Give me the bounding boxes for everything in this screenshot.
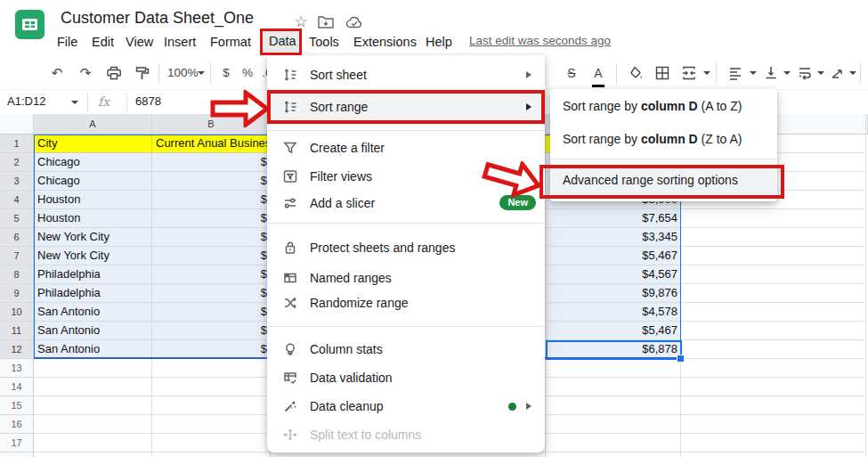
menu-item-data-cleanup[interactable]: Data cleanup: [267, 392, 545, 420]
row-header-9[interactable]: 9: [0, 284, 34, 303]
merge-cells-button[interactable]: [678, 62, 700, 84]
horizontal-align-button[interactable]: [725, 62, 746, 84]
row-header-3[interactable]: 3: [0, 172, 34, 191]
move-folder-icon[interactable]: [318, 15, 334, 29]
menu-format[interactable]: Format: [210, 34, 251, 50]
row-header-6[interactable]: 6: [0, 228, 34, 247]
cell-E5[interactable]: [681, 209, 866, 228]
cell-A18[interactable]: [34, 453, 152, 457]
borders-button[interactable]: [652, 62, 673, 84]
menu-file[interactable]: File: [57, 34, 77, 50]
row-header-18[interactable]: 18: [0, 453, 34, 457]
redo-button[interactable]: ↷: [75, 62, 96, 84]
row-header-14[interactable]: 14: [0, 378, 34, 396]
cell-E16[interactable]: [681, 415, 866, 434]
cell-D13[interactable]: [546, 359, 681, 378]
document-title[interactable]: Customer Data Sheet_One: [61, 9, 254, 28]
row-header-17[interactable]: 17: [0, 434, 34, 453]
cell-E8[interactable]: [681, 265, 866, 284]
row-header-15[interactable]: 15: [0, 396, 34, 415]
cell-C18[interactable]: [271, 453, 546, 457]
submenu-item--a-to-z-[interactable]: Sort range by column D (A to Z): [550, 92, 777, 120]
cell-D15[interactable]: [546, 396, 681, 415]
text-wrap-button[interactable]: [794, 62, 815, 84]
cell-D14[interactable]: [546, 378, 681, 396]
row-header-4[interactable]: 4: [0, 191, 34, 209]
row-header-8[interactable]: 8: [0, 265, 34, 284]
menu-view[interactable]: View: [126, 34, 153, 50]
cell-D16[interactable]: [546, 415, 681, 434]
formula-input[interactable]: 6878: [135, 94, 161, 108]
row-header-11[interactable]: 11: [0, 322, 34, 340]
cell-B17[interactable]: [152, 434, 271, 453]
merge-caret-icon[interactable]: [703, 71, 710, 75]
menu-tools[interactable]: Tools: [309, 34, 339, 50]
menu-item-protect-sheets-and-ranges[interactable]: Protect sheets and ranges: [267, 233, 545, 262]
cell-B15[interactable]: [152, 396, 271, 415]
cell-D18[interactable]: [546, 453, 681, 457]
menu-item-sort-sheet[interactable]: Sort sheet: [267, 61, 545, 89]
row-header-13[interactable]: 13: [0, 359, 34, 378]
menu-help[interactable]: Help: [426, 34, 452, 50]
cell-B18[interactable]: [152, 453, 271, 457]
menu-item-data-validation[interactable]: Data validation: [267, 363, 545, 392]
cell-E9[interactable]: [681, 284, 866, 303]
column-header-A[interactable]: A: [34, 114, 152, 135]
name-box[interactable]: A1:D12: [7, 94, 45, 108]
last-edit-link[interactable]: Last edit was seconds ago: [469, 34, 611, 47]
print-button[interactable]: [103, 62, 125, 84]
fill-color-button[interactable]: [625, 62, 646, 84]
cell-B16[interactable]: [152, 415, 271, 434]
cell-E15[interactable]: [681, 396, 866, 415]
currency-format-button[interactable]: $: [219, 62, 233, 84]
menu-item-randomize-range[interactable]: Randomize range: [267, 289, 545, 317]
submenu-item--z-to-a-[interactable]: Sort range by column D (Z to A): [550, 125, 777, 153]
menu-extensions[interactable]: Extensions: [353, 34, 417, 50]
row-header-10[interactable]: 10: [0, 303, 34, 322]
text-rotation-button[interactable]: [826, 62, 848, 84]
strikethrough-button[interactable]: S: [563, 62, 580, 84]
cell-E18[interactable]: [681, 453, 866, 457]
cell-D17[interactable]: [546, 434, 681, 453]
vertical-align-caret-icon[interactable]: [783, 71, 791, 75]
cell-E14[interactable]: [681, 378, 866, 396]
formula-bar-divider: [87, 94, 88, 111]
cell-A13[interactable]: [34, 359, 152, 378]
sheets-logo-icon[interactable]: [15, 10, 45, 39]
paint-format-button[interactable]: [132, 62, 153, 84]
text-rotation-caret-icon[interactable]: [849, 71, 856, 75]
cloud-status-icon[interactable]: [345, 15, 363, 29]
row-header-1[interactable]: 1: [0, 135, 34, 153]
horizontal-align-caret-icon[interactable]: [750, 71, 757, 75]
row-header-7[interactable]: 7: [0, 247, 34, 265]
cell-B13[interactable]: [152, 359, 271, 378]
cell-B14[interactable]: [152, 378, 271, 396]
cell-A17[interactable]: [34, 434, 152, 453]
text-color-button[interactable]: A: [589, 62, 607, 84]
cell-E11[interactable]: [681, 322, 866, 340]
row-header-2[interactable]: 2: [0, 153, 34, 172]
cell-E13[interactable]: [681, 359, 866, 378]
cell-E6[interactable]: [681, 228, 866, 247]
cell-A15[interactable]: [34, 396, 152, 415]
undo-button[interactable]: ↶: [46, 62, 68, 84]
menu-item-column-stats[interactable]: Column stats: [267, 335, 545, 363]
percent-format-button[interactable]: %: [240, 62, 255, 84]
select-all-corner[interactable]: [0, 114, 34, 135]
row-header-16[interactable]: 16: [0, 415, 34, 434]
cell-E10[interactable]: [681, 303, 866, 322]
cell-E17[interactable]: [681, 434, 866, 453]
cell-E7[interactable]: [681, 247, 866, 265]
fill-handle[interactable]: [677, 355, 684, 362]
annotation-arrow-sort-range: [210, 90, 271, 127]
vertical-align-button[interactable]: [760, 62, 782, 84]
cell-A16[interactable]: [34, 415, 152, 434]
cell-E12[interactable]: [681, 340, 866, 359]
name-box-caret-icon[interactable]: [71, 101, 78, 104]
cell-A14[interactable]: [34, 378, 152, 396]
text-wrap-caret-icon[interactable]: [817, 71, 824, 75]
row-header-12[interactable]: 12: [0, 340, 34, 359]
menu-insert[interactable]: Insert: [164, 34, 196, 50]
menu-edit[interactable]: Edit: [92, 34, 114, 50]
row-header-5[interactable]: 5: [0, 209, 34, 228]
